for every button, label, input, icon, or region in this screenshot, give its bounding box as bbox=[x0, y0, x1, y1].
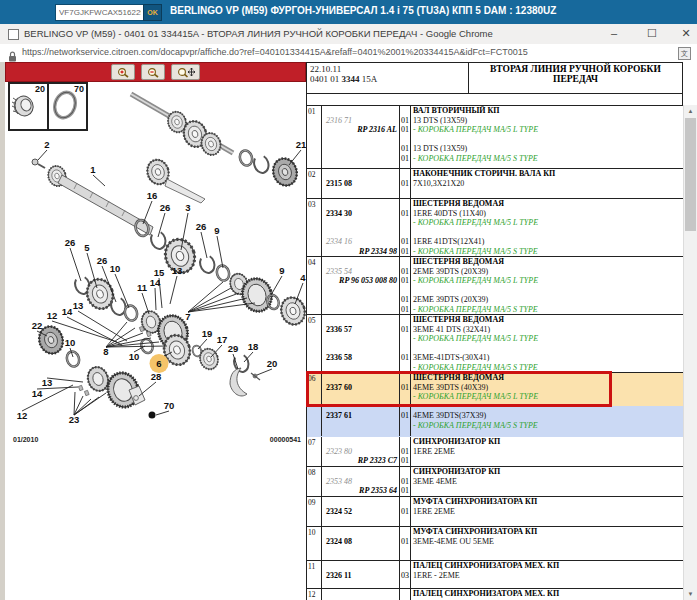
part-ref-cell: 2336 572336 58 bbox=[322, 315, 400, 372]
part-callout[interactable]: 14 bbox=[62, 306, 73, 317]
part-callout[interactable]: 26 bbox=[160, 202, 171, 213]
zoom-out-button[interactable] bbox=[141, 64, 165, 80]
part-callout[interactable]: 14 bbox=[32, 388, 43, 399]
part-ref-cell: 2353 48RP 2353 64 bbox=[322, 467, 400, 496]
scroll-thumb[interactable] bbox=[685, 118, 696, 231]
part-item-number: 06 bbox=[307, 373, 322, 436]
part-callout[interactable]: 13 bbox=[172, 265, 183, 276]
part-callout[interactable]: 11 bbox=[137, 282, 148, 293]
minimize-button[interactable]: – bbox=[606, 26, 622, 42]
part-desc-cell: ШЕСТЕРНЯ ВЕДОМАЯ4EME 39DTS (40X39)- КОРО… bbox=[411, 373, 683, 436]
part-callout[interactable]: 9 bbox=[214, 225, 219, 236]
url-bar[interactable]: https://networkservice.citroen.com/docap… bbox=[0, 44, 697, 63]
part-ref-cell: 2334 302334 16RP 2334 98 bbox=[322, 199, 400, 256]
vertical-scrollbar[interactable]: ▲ ▼ bbox=[683, 105, 697, 600]
part-callout[interactable]: 21 bbox=[296, 139, 306, 150]
part-callout[interactable]: 14 bbox=[150, 277, 161, 288]
lower-gear-train bbox=[36, 323, 156, 418]
doc-date: 22.10.11 bbox=[310, 64, 465, 74]
part-reference: 2315 08 bbox=[322, 179, 399, 189]
part-callout[interactable]: 70 bbox=[164, 400, 175, 411]
diagram-toolbar bbox=[5, 62, 306, 82]
part-callout[interactable]: 5 bbox=[84, 242, 90, 253]
part-reference: RP 2334 98 bbox=[322, 247, 399, 257]
table-row[interactable]: 032334 302334 16RP 2334 98010101ШЕСТЕРНЯ… bbox=[306, 199, 684, 257]
part-callout[interactable]: 9 bbox=[279, 265, 284, 276]
part-qty-cell: 03 bbox=[400, 589, 411, 600]
part-callout[interactable]: 22 bbox=[32, 320, 43, 331]
app-header-bar: OK BERLINGO VP (M59) ФУРГОН-УНИВЕРСАЛ 1.… bbox=[0, 0, 697, 24]
part-callout[interactable]: 26 bbox=[97, 255, 108, 266]
bolt-part bbox=[32, 159, 45, 168]
part-reference: 2337 61 bbox=[322, 411, 399, 421]
window-title: BERLINGO VP (M59) - 0401 01 334415A - ВТ… bbox=[24, 28, 493, 39]
part-ref-cell: 2335 54RP 96 053 008 80 bbox=[322, 257, 400, 314]
part-callout[interactable]: 12 bbox=[17, 410, 28, 421]
part-callout[interactable]: 7 bbox=[185, 311, 190, 322]
part-callout[interactable]: 3 bbox=[185, 202, 190, 213]
parts-table: 012316 71RP 2316 AL01010101ВАЛ ВТОРИЧНЫЙ… bbox=[306, 105, 684, 600]
inset-box-ring[interactable]: 70 bbox=[47, 82, 88, 131]
part-item-number: 04 bbox=[307, 257, 322, 314]
ok-button[interactable]: OK bbox=[143, 4, 162, 21]
translate-icon[interactable]: 文 bbox=[678, 47, 691, 60]
table-row[interactable]: 012316 71RP 2316 AL01010101ВАЛ ВТОРИЧНЫЙ… bbox=[306, 106, 684, 169]
table-row[interactable]: 122326 1003ПАЛЕЦ СИНХРОНИЗАТОРА МЕХ. КП bbox=[306, 589, 684, 600]
maximize-button[interactable]: ☐ bbox=[644, 26, 660, 42]
doc-header: 22.10.11 0401 01 3344 15A ВТОРАЯ ЛИНИЯ Р… bbox=[306, 62, 683, 94]
part-ref-cell: 2315 08 bbox=[322, 169, 400, 198]
part-callout[interactable]: 18 bbox=[248, 341, 259, 352]
scroll-up-button[interactable]: ▲ bbox=[684, 105, 697, 117]
part-callout[interactable]: 28 bbox=[151, 371, 162, 382]
part-callout[interactable]: 10 bbox=[110, 263, 121, 274]
part-callout[interactable]: 13 bbox=[42, 377, 53, 388]
part-reference: RP 2323 C7 bbox=[322, 456, 399, 466]
table-row[interactable]: 092324 5201МУФТА СИНХРОНИЗАТОРА КП1ERE 2… bbox=[306, 497, 684, 527]
part-callout[interactable]: 23 bbox=[69, 414, 80, 425]
part-callout[interactable]: 13 bbox=[73, 300, 84, 311]
zoom-pan-button[interactable] bbox=[171, 64, 200, 80]
part-callout[interactable]: 2 bbox=[44, 139, 49, 150]
part-callout[interactable]: 8 bbox=[103, 346, 108, 357]
part-callout[interactable]: 17 bbox=[217, 334, 228, 345]
vin-input[interactable] bbox=[55, 4, 145, 21]
table-row[interactable]: 112326 1103ПАЛЕЦ СИНХРОНИЗАТОРА МЕХ. КП1… bbox=[306, 561, 684, 589]
part-qty-cell: 01010101 bbox=[400, 106, 411, 168]
part-callout[interactable]: 6 bbox=[156, 358, 161, 369]
part-callout[interactable]: 19 bbox=[202, 328, 213, 339]
part-callout[interactable]: 29 bbox=[228, 343, 239, 354]
inset-label: 70 bbox=[74, 84, 84, 94]
table-row[interactable]: 042335 54RP 96 053 008 8001010101ШЕСТЕРН… bbox=[306, 257, 684, 315]
part-callout[interactable]: 16 bbox=[147, 190, 158, 201]
close-button[interactable]: ✕ bbox=[678, 26, 694, 42]
part-reference: RP 96 053 008 80 bbox=[322, 276, 399, 286]
table-row[interactable]: 072323 80RP 2323 C70101СИНХРОНИЗАТОР КП1… bbox=[306, 437, 684, 467]
part-ref-cell: 2324 08 bbox=[322, 527, 400, 560]
part-callout[interactable]: 10 bbox=[129, 351, 140, 362]
zoom-in-button[interactable] bbox=[111, 64, 135, 80]
part-desc-cell: ПАЛЕЦ СИНХРОНИЗАТОРА МЕХ. КП1ERE - 2EME bbox=[411, 561, 683, 588]
table-row[interactable]: 062337 602337 610101ШЕСТЕРНЯ ВЕДОМАЯ4EME… bbox=[306, 373, 684, 437]
part-reference: 2323 80 bbox=[322, 447, 399, 457]
doc-meta: 22.10.11 0401 01 3344 15A bbox=[307, 63, 469, 93]
part-item-number: 08 bbox=[307, 467, 322, 496]
main-content: 20 70 bbox=[0, 62, 697, 600]
part-qty-cell: 010101 bbox=[400, 199, 411, 256]
part-callout[interactable]: 26 bbox=[65, 237, 76, 248]
table-row[interactable]: 102324 0801МУФТА СИНХРОНИЗАТОРА КП3EME-4… bbox=[306, 527, 684, 561]
part-ref-cell: 2316 71RP 2316 AL bbox=[322, 106, 400, 168]
inset-box-bolt[interactable]: 20 bbox=[8, 82, 49, 131]
scroll-down-button[interactable]: ▼ bbox=[684, 588, 697, 600]
part-callout[interactable]: 12 bbox=[47, 310, 58, 321]
part-reference: RP 2353 64 bbox=[322, 486, 399, 496]
part-callout[interactable]: 20 bbox=[267, 358, 278, 369]
part-ref-cell: 2337 602337 61 bbox=[322, 373, 400, 436]
table-row[interactable]: 052336 572336 580101ШЕСТЕРНЯ ВЕДОМАЯ3EME… bbox=[306, 315, 684, 373]
table-row[interactable]: 022315 0801НАКОНЕЧНИК СТОРИЧН. ВАЛА КП7X… bbox=[306, 169, 684, 199]
part-reference: 2316 71 bbox=[322, 116, 399, 126]
table-row[interactable]: 082353 48RP 2353 640101СИНХРОНИЗАТОР КП3… bbox=[306, 467, 684, 497]
part-callout[interactable]: 10 bbox=[65, 337, 76, 348]
part-item-number: 03 bbox=[307, 199, 322, 256]
part-callout[interactable]: 1 bbox=[90, 164, 96, 175]
part-callout[interactable]: 26 bbox=[196, 221, 207, 232]
